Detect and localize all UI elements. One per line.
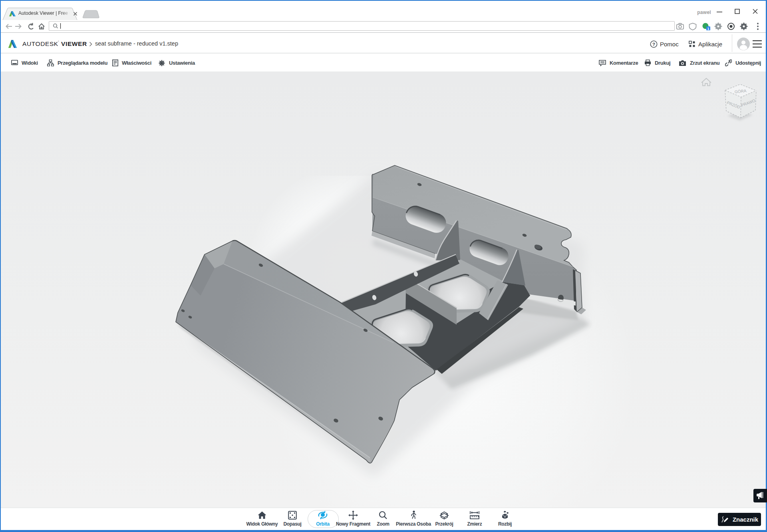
svg-text:1: 1 (707, 27, 709, 31)
svg-text:?: ? (652, 42, 655, 47)
